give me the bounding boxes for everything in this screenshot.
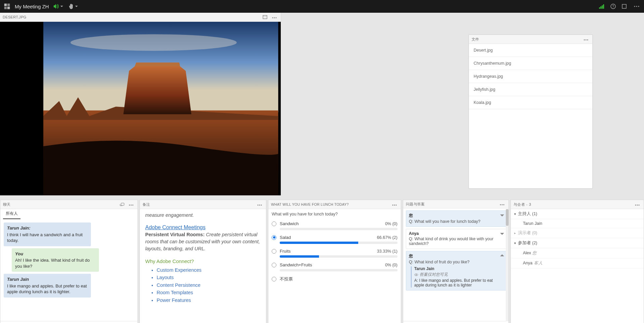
attendee-row[interactable]: Alex您 [511, 248, 644, 258]
svg-point-38 [503, 204, 504, 205]
file-item[interactable]: Jellyfish.jpg [469, 83, 592, 96]
qna-author: 您 [409, 253, 503, 259]
chat-message: Tarun JainI like mango and apples. But p… [4, 274, 91, 298]
chevron-right-icon: ▸ [514, 231, 516, 235]
poll-pod: WHAT WILL YOU HAVE FOR LUNCH TODAY? What… [268, 200, 401, 323]
svg-point-41 [635, 205, 636, 206]
notes-link[interactable]: Adobe Connect Meetings [145, 223, 206, 231]
share-pod: DESERT.JPG [0, 13, 281, 196]
poll-option[interactable]: Salad66.67% (2) [268, 233, 401, 241]
svg-point-20 [70, 34, 236, 51]
chevron-down-icon[interactable] [500, 231, 504, 236]
svg-rect-1 [7, 4, 10, 6]
chevron-down-icon: ▾ [514, 241, 516, 245]
qna-author: 您 [409, 213, 503, 218]
share-menu-icon[interactable] [271, 14, 278, 20]
poll-option-pct: 0% (0) [385, 221, 397, 226]
svg-rect-22 [2, 22, 43, 195]
file-item[interactable]: Hydrangeas.jpg [469, 70, 592, 83]
app-menu-icon[interactable] [633, 4, 641, 8]
radio-icon[interactable] [272, 249, 276, 254]
file-item[interactable]: Chrysanthemum.jpg [469, 57, 592, 70]
poll-option-label: 不投票 [280, 276, 394, 282]
chat-title: 聊天 [3, 202, 11, 207]
poll-option[interactable]: Sandwich+Fruits0% (0) [268, 260, 401, 268]
svg-text:?: ? [612, 5, 614, 8]
poll-option[interactable]: Fruits33.33% (1) [268, 247, 401, 254]
poll-option[interactable]: Sandwich0% (0) [268, 219, 401, 227]
qna-item[interactable]: 您Q: What kind of fruit do you like?Tarun… [406, 251, 506, 290]
attendee-group-header[interactable]: ▾主持人 (1) [511, 209, 644, 219]
chat-popout-icon[interactable] [119, 202, 125, 207]
poll-menu-icon[interactable] [391, 201, 398, 208]
file-item[interactable]: Desert.jpg [469, 44, 592, 57]
svg-point-15 [272, 17, 273, 18]
chevron-down-icon: ▾ [514, 212, 516, 216]
attendees-title: 与会者 [514, 202, 525, 207]
svg-rect-10 [622, 4, 626, 8]
attendees-count: 3 [529, 202, 531, 206]
svg-rect-2 [4, 7, 7, 9]
chevron-up-icon[interactable] [500, 253, 504, 258]
radio-icon[interactable] [272, 235, 276, 240]
chat-message: Tarun Jain:I think I will have a sandwic… [4, 222, 91, 246]
notes-content: measure engagement. Adobe Connect Meetin… [140, 209, 266, 323]
svg-point-17 [276, 17, 277, 18]
attendee-group-header[interactable]: ▾参加者 (2) [511, 238, 644, 248]
qna-menu-icon[interactable] [498, 201, 506, 207]
notes-bullet: Custom Experiences [157, 266, 261, 274]
svg-point-13 [638, 6, 639, 7]
radio-icon[interactable] [272, 221, 276, 226]
svg-point-16 [274, 17, 275, 18]
share-image-viewport [0, 22, 281, 195]
svg-point-35 [396, 205, 397, 206]
svg-rect-14 [263, 15, 267, 19]
share-fullscreen-icon[interactable] [263, 15, 267, 19]
attendees-menu-icon[interactable] [634, 201, 641, 208]
svg-rect-0 [4, 4, 7, 6]
svg-point-28 [131, 205, 132, 206]
speaker-icon[interactable] [54, 4, 63, 9]
qna-pod: 问题与答案 您Q: What will you have for lunch t… [403, 200, 509, 323]
notes-bullet: Room Templates [157, 289, 261, 296]
notes-title: 备注 [143, 202, 150, 207]
files-menu-icon[interactable] [582, 36, 590, 43]
svg-rect-6 [602, 5, 603, 9]
svg-point-43 [639, 205, 640, 206]
meeting-title: My Meeting ZH [15, 4, 49, 9]
qna-scrollbar-track[interactable] [506, 209, 508, 321]
poll-option-label: Sandwich [280, 221, 382, 226]
notes-bullet: Layouts [157, 274, 261, 281]
qna-item[interactable]: AnyaQ: What kind of drink you would like… [406, 229, 506, 249]
radio-icon[interactable] [272, 263, 276, 267]
chat-tab-everyone[interactable]: 所有人 [3, 209, 20, 219]
notes-bullet: Power Features [157, 297, 261, 304]
svg-rect-5 [600, 6, 601, 9]
poll-option[interactable]: 不投票 [268, 274, 401, 283]
titlebar: My Meeting ZH ? [0, 0, 644, 13]
attendee-group-header[interactable]: ▸演示者 (0) [511, 228, 644, 238]
file-item[interactable]: Koala.jpg [469, 96, 592, 109]
qna-scrollbar-thumb[interactable] [506, 209, 508, 226]
raise-hand-icon[interactable] [69, 4, 78, 9]
radio-icon[interactable] [272, 277, 276, 281]
signal-icon[interactable] [599, 4, 604, 9]
notes-menu-icon[interactable] [256, 201, 263, 208]
attendee-row[interactable]: Anya客人 [511, 258, 644, 268]
poll-bar-track [280, 228, 397, 230]
notes-bullet: Content Persistence [157, 281, 261, 289]
help-icon[interactable]: ? [610, 4, 616, 9]
chat-pod: 聊天 所有人 Tarun Jain:I think I will have a … [0, 200, 138, 323]
poll-option-pct: 33.33% (1) [377, 249, 397, 254]
chat-menu-icon[interactable] [127, 201, 135, 208]
qna-item[interactable]: 您Q: What will you have for lunch today? [406, 210, 506, 227]
chevron-down-icon[interactable] [500, 213, 504, 217]
poll-option-label: Fruits [280, 249, 374, 254]
svg-point-37 [502, 204, 503, 205]
svg-point-31 [259, 205, 260, 206]
share-filename: DESERT.JPG [3, 15, 26, 19]
attendee-row[interactable]: Tarun Jain [511, 219, 644, 228]
svg-point-25 [587, 40, 588, 41]
fullscreen-icon[interactable] [622, 4, 627, 9]
svg-point-23 [584, 40, 585, 41]
